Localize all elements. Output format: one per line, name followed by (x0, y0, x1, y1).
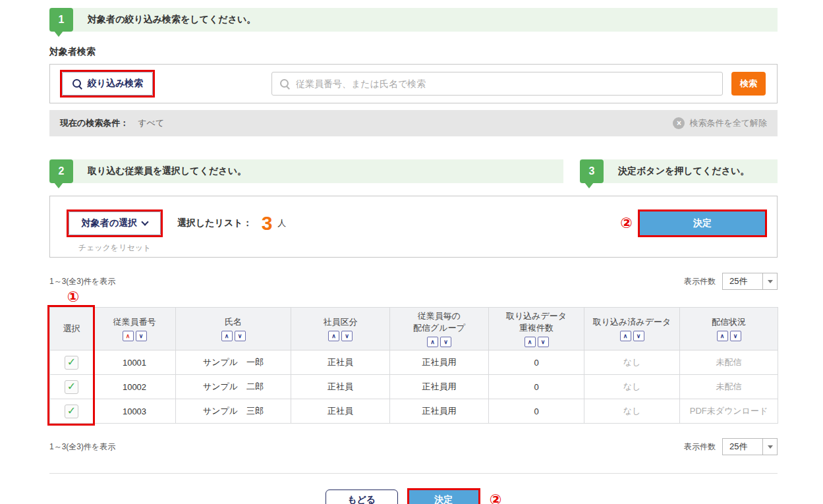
step3-number: 3 (589, 165, 595, 177)
step2-text: 取り込む従業員を選択してください。 (88, 165, 246, 177)
step1-banner: 1 対象者の絞り込み検索をしてください。 (49, 8, 778, 32)
sort-down-icon: ∨ (345, 333, 349, 339)
cell-duplicate-count: 0 (489, 375, 584, 399)
clear-conditions-link[interactable]: × 検索条件を全て解除 (673, 117, 767, 129)
filter-search-label: 絞り込み検索 (88, 78, 144, 90)
column-header-name: 氏名 ∧ ∨ (176, 308, 291, 350)
current-conditions-value: すべて (138, 117, 164, 129)
target-search-title: 対象者検索 (49, 46, 778, 58)
sort-up-icon: ∧ (331, 333, 336, 339)
selected-count: 3 (262, 213, 273, 233)
decide-button-bottom[interactable]: 決定 (409, 490, 478, 504)
filter-button-annotation: 絞り込み検索 (60, 70, 155, 98)
step1-badge: 1 (49, 8, 73, 32)
reset-checks-link[interactable]: チェックをリセット (78, 242, 152, 254)
cell-imported-data: なし (584, 375, 680, 399)
search-input-icon (279, 78, 290, 89)
cell-duplicate-count: 0 (489, 350, 584, 375)
check-icon: ✓ (67, 381, 76, 392)
cell-duplicate-count: 0 (489, 399, 584, 424)
sort-up-button[interactable]: ∧ (328, 331, 339, 341)
page: 1 対象者の絞り込み検索をしてください。 対象者検索 絞り込み検索 検索 現在の… (0, 0, 823, 504)
table-header-row: 選択 従業員番号 ∧ ∨ 氏名 ∧ (50, 308, 778, 350)
search-input[interactable] (271, 72, 723, 96)
sort-down-button[interactable]: ∨ (730, 331, 741, 341)
select-dropdown-arrow-icon (762, 273, 777, 290)
step3-banner: 3 決定ボタンを押してください。 (580, 159, 778, 183)
column-header-employee-no: 従業員番号 ∧ ∨ (94, 308, 176, 350)
target-select-dropdown[interactable]: 対象者の選択 (69, 211, 161, 235)
sort-up-icon: ∧ (430, 339, 435, 345)
search-button[interactable]: 検索 (731, 72, 766, 96)
selected-list-label: 選択したリスト： (177, 217, 252, 229)
chevron-down-icon (141, 218, 148, 225)
cell-delivery-status: 未配信 (680, 375, 778, 399)
back-button[interactable]: もどる (326, 490, 398, 504)
sort-up-button[interactable]: ∧ (717, 331, 728, 341)
sort-down-icon: ∨ (733, 333, 738, 339)
sort-up-icon: ∧ (623, 333, 628, 339)
sort-down-icon: ∨ (637, 333, 641, 339)
filter-search-button[interactable]: 絞り込み検索 (62, 72, 153, 96)
step1-number: 1 (59, 14, 65, 26)
pagination-bottom: 1～3(全3)件を表示 表示件数 25件 (49, 438, 778, 455)
decide-button-top[interactable]: 決定 (640, 211, 765, 235)
step2-banner: 2 取り込む従業員を選択してください。 (49, 159, 563, 183)
selected-count-unit: 人 (277, 217, 286, 229)
table-row: ✓ 10002 サンプル 二郎 正社員 正社員用 0 なし 未配信 (50, 375, 778, 399)
search-panel: 絞り込み検索 検索 (49, 64, 778, 103)
table-row: ✓ 10001 サンプル 一郎 正社員 正社員用 0 なし 未配信 (50, 350, 778, 375)
check-icon: ✓ (67, 406, 76, 416)
annotation-mark-2-bottom: ② (490, 493, 502, 504)
employee-table: 選択 従業員番号 ∧ ∨ 氏名 ∧ (49, 307, 778, 424)
cell-employee-no: 10003 (94, 399, 176, 424)
sort-down-button[interactable]: ∨ (136, 331, 147, 341)
sort-up-button[interactable]: ∧ (123, 331, 134, 341)
per-page-value-top: 25件 (723, 275, 762, 287)
sort-up-icon: ∧ (528, 339, 532, 345)
sort-down-button[interactable]: ∨ (341, 331, 353, 341)
range-text-bottom: 1～3(全3)件を表示 (49, 441, 115, 453)
sort-down-button[interactable]: ∨ (633, 331, 644, 341)
row-checkbox[interactable]: ✓ (65, 405, 78, 418)
clear-conditions-label: 検索条件を全て解除 (689, 117, 767, 129)
cell-category: 正社員 (291, 375, 390, 399)
cell-name: サンプル 二郎 (176, 375, 291, 399)
per-page-select-top[interactable]: 25件 (722, 273, 778, 290)
sort-up-button[interactable]: ∧ (620, 331, 631, 341)
per-page-select-bottom[interactable]: 25件 (722, 438, 778, 455)
sort-up-icon: ∧ (225, 333, 229, 339)
cell-category: 正社員 (291, 399, 390, 424)
sort-down-button[interactable]: ∨ (538, 337, 549, 347)
decide-button-annotation: 決定 (638, 210, 767, 237)
row-checkbox[interactable]: ✓ (65, 356, 78, 370)
cell-delivery-group: 正社員用 (390, 399, 489, 424)
sort-up-icon: ∧ (720, 333, 725, 339)
divider (49, 473, 778, 474)
cell-imported-data: なし (584, 350, 680, 375)
sort-down-button[interactable]: ∨ (235, 331, 246, 341)
sort-down-icon: ∨ (541, 339, 546, 345)
per-page-value-bottom: 25件 (723, 441, 762, 453)
per-page-label-bottom: 表示件数 (684, 441, 716, 453)
column-header-imported-data: 取り込み済みデータ ∧ ∨ (584, 308, 680, 350)
close-icon: × (673, 117, 685, 129)
sort-up-button[interactable]: ∧ (221, 331, 233, 341)
sort-up-button[interactable]: ∧ (427, 337, 438, 347)
step3-badge: 3 (580, 159, 604, 183)
target-select-annotation: 対象者の選択 (67, 210, 163, 237)
search-icon (72, 78, 82, 89)
sort-down-button[interactable]: ∨ (440, 337, 451, 347)
annotation-mark-1: ① (67, 290, 80, 304)
cell-delivery-group: 正社員用 (390, 375, 489, 399)
employee-table-wrap: ① 選択 従業員番号 ∧ (49, 307, 778, 424)
step2-badge: 2 (49, 159, 73, 183)
select-dropdown-arrow-icon (762, 438, 777, 455)
row-checkbox[interactable]: ✓ (65, 380, 78, 394)
sort-up-button[interactable]: ∧ (525, 337, 536, 347)
step2-number: 2 (59, 165, 65, 177)
cell-employee-no: 10001 (94, 350, 176, 375)
target-select-label: 対象者の選択 (82, 217, 137, 229)
cell-name: サンプル 一郎 (176, 350, 291, 375)
cell-category: 正社員 (291, 350, 390, 375)
